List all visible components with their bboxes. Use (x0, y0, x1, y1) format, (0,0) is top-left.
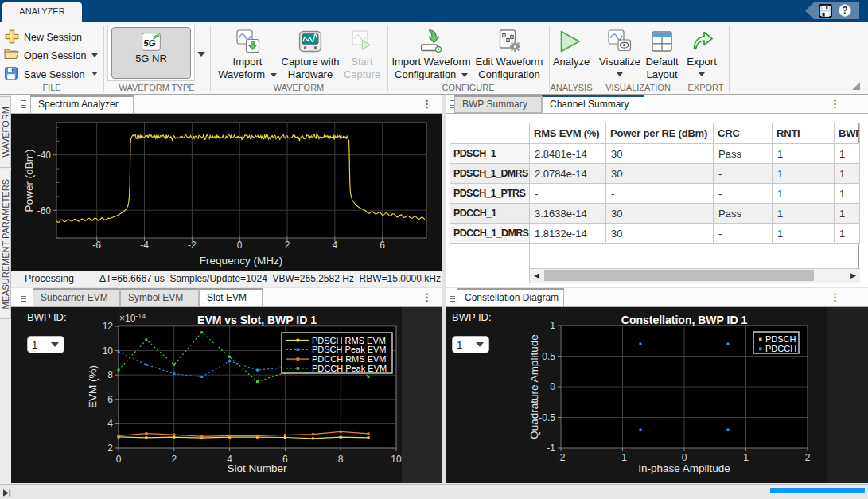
svg-text:Quadrature Amplitude: Quadrature Amplitude (528, 334, 540, 439)
svg-text:0: 0 (237, 240, 243, 251)
svg-text:-40: -40 (37, 150, 52, 161)
svg-text:0: 0 (550, 381, 555, 392)
svg-text:Constellation, BWP ID 1: Constellation, BWP ID 1 (621, 314, 748, 326)
svg-text:-6: -6 (92, 240, 101, 251)
svg-text:PDCCH: PDCCH (765, 344, 796, 353)
svg-text:-1: -1 (547, 442, 555, 454)
svg-text:2: 2 (285, 240, 290, 251)
svg-text:PDSCH Peak EVM: PDSCH Peak EVM (312, 345, 387, 354)
svg-text:×10-14: ×10-14 (119, 312, 146, 324)
svg-text:EVM (%): EVM (%) (87, 365, 99, 408)
svg-text:2: 2 (107, 442, 113, 454)
svg-text:PDCCH RMS EVM: PDCCH RMS EVM (312, 354, 387, 364)
svg-text:Power (dBm): Power (dBm) (23, 150, 35, 212)
svg-text:In-phase Amplitude: In-phase Amplitude (638, 462, 730, 474)
svg-text:10: 10 (103, 345, 114, 357)
svg-text:Slot Number: Slot Number (227, 462, 287, 474)
svg-text:6: 6 (380, 240, 385, 251)
svg-text:12: 12 (103, 321, 114, 332)
svg-text:-2: -2 (557, 452, 566, 463)
svg-text:0: 0 (682, 452, 687, 463)
svg-text:-4: -4 (140, 240, 149, 251)
svg-text:8: 8 (338, 454, 344, 465)
svg-text:PDSCH RMS EVM: PDSCH RMS EVM (312, 336, 386, 345)
svg-text:6: 6 (107, 394, 113, 405)
svg-text:Frequency (MHz): Frequency (MHz) (200, 255, 282, 267)
svg-text:1: 1 (550, 320, 555, 331)
svg-text:2: 2 (171, 454, 177, 465)
svg-text:EVM vs Slot, BWP ID 1: EVM vs Slot, BWP ID 1 (197, 314, 317, 326)
svg-text:8: 8 (107, 369, 113, 380)
svg-text:-1: -1 (618, 452, 627, 463)
svg-text:-60: -60 (37, 205, 52, 216)
svg-text:PDSCH: PDSCH (765, 334, 796, 344)
svg-text:0: 0 (116, 454, 122, 465)
svg-text:1: 1 (743, 452, 749, 463)
svg-text:2: 2 (805, 452, 811, 463)
svg-text:-0.5: -0.5 (539, 412, 555, 423)
svg-text:PDCCH Peak EVM: PDCCH Peak EVM (312, 364, 387, 373)
svg-text:4: 4 (332, 240, 337, 251)
svg-text:0.5: 0.5 (542, 351, 555, 362)
svg-text:10: 10 (391, 454, 402, 465)
svg-text:4: 4 (107, 418, 113, 429)
svg-text:-2: -2 (188, 240, 197, 251)
